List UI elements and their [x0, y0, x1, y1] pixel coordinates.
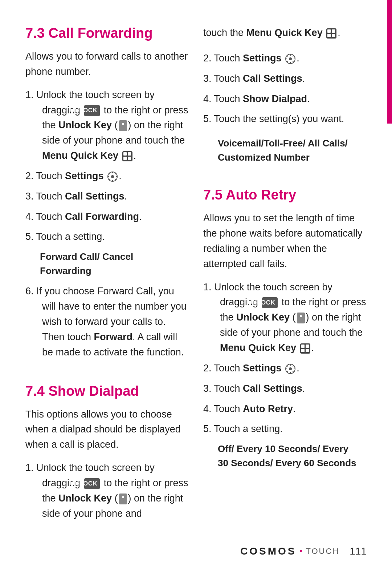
- step-sd-5: 5. Touch the setting(s) you want.: [203, 112, 367, 127]
- step-sd-4: 4. Touch Show Dialpad.: [203, 92, 367, 107]
- svg-line-17: [293, 61, 294, 62]
- step-ar-3: 3. Touch Call Settings.: [203, 381, 367, 396]
- svg-line-18: [293, 55, 294, 56]
- sub-note-forwarding: Forward Call/ CancelForwarding: [40, 250, 189, 278]
- unlock-badge-2: UNLOCK: [84, 478, 100, 489]
- step-ar-5: 5. Touch a setting.: [203, 422, 367, 437]
- svg-point-11: [289, 57, 292, 60]
- step-cf-4: 4. Touch Call Forwarding.: [25, 209, 189, 225]
- svg-line-27: [293, 371, 294, 372]
- section-show-dialpad: 7.4 Show Dialpad This options allows you…: [25, 380, 189, 527]
- step-ar-2: 2. Touch Settings .: [203, 361, 367, 376]
- section-auto-retry: 7.5 Auto Retry Allows you to set the len…: [203, 184, 367, 476]
- key-icon: [119, 120, 127, 131]
- svg-line-28: [293, 365, 294, 366]
- step-cf-5: 5. Touch a setting.: [25, 229, 189, 245]
- section-call-forwarding: 7.3 Call Forwarding Allows you to forwar…: [25, 22, 189, 365]
- footer-brand: cosmos TOUCH 111: [240, 545, 367, 557]
- svg-line-26: [287, 365, 288, 366]
- svg-line-8: [115, 173, 116, 174]
- section-title-show-dialpad: 7.4 Show Dialpad: [25, 383, 189, 399]
- step-sd-1: 1. Unlock the touch screen by dragging U…: [25, 460, 189, 521]
- page-number: 111: [350, 545, 367, 557]
- settings-icon-3: [285, 364, 295, 374]
- unlock-badge: UNLOCK: [84, 105, 100, 116]
- step-sd-1-cont: touch the Menu Quick Key .: [203, 25, 367, 41]
- key-icon-2: [119, 494, 127, 504]
- brand-dot: [300, 550, 302, 552]
- brand-touch: TOUCH: [306, 547, 339, 556]
- step-cf-2: 2. Touch Settings .: [25, 169, 189, 184]
- svg-point-21: [289, 367, 292, 370]
- menu-quick-key-icon: [122, 151, 132, 161]
- menu-quick-key-icon-3: [300, 343, 310, 354]
- section-intro-auto-retry: Allows you to set the length of time the…: [203, 211, 367, 271]
- section-intro-call-forwarding: Allows you to forward calls to another p…: [25, 49, 189, 80]
- svg-point-1: [111, 175, 114, 178]
- section-intro-show-dialpad: This options allows you to choose when a…: [25, 407, 189, 453]
- step-sd-3: 3. Touch Call Settings.: [203, 71, 367, 86]
- svg-line-6: [109, 173, 110, 174]
- key-icon-3: [297, 313, 305, 323]
- right-column: touch the Menu Quick Key . 2. Touch Sett…: [203, 22, 367, 526]
- step-sd-2: 2. Touch Settings .: [203, 51, 367, 66]
- unlock-badge-3: UNLOCK: [262, 297, 278, 308]
- svg-line-7: [115, 179, 116, 180]
- svg-line-9: [109, 179, 110, 180]
- settings-icon: [107, 172, 118, 182]
- step-cf-6: 6. If you choose Forward Call, you will …: [25, 284, 189, 360]
- side-accent: [387, 0, 392, 124]
- settings-icon-2: [285, 54, 295, 64]
- section-title-auto-retry: 7.5 Auto Retry: [203, 187, 367, 203]
- svg-line-29: [287, 371, 288, 372]
- sub-note-dialpad: Voicemail/Toll-Free/ All Calls/Customize…: [218, 136, 367, 165]
- footer: cosmos TOUCH 111: [0, 538, 392, 564]
- step-ar-1: 1. Unlock the touch screen by dragging U…: [203, 280, 367, 356]
- step-ar-4: 4. Touch Auto Retry.: [203, 402, 367, 417]
- svg-line-16: [287, 55, 288, 56]
- step-cf-3: 3. Touch Call Settings.: [25, 189, 189, 204]
- left-column: 7.3 Call Forwarding Allows you to forwar…: [25, 22, 189, 526]
- menu-quick-key-icon-2: [326, 28, 336, 39]
- step-cf-1: 1. Unlock the touch screen by dragging U…: [25, 88, 189, 164]
- svg-line-19: [287, 61, 288, 62]
- brand-name: cosmos: [240, 545, 297, 557]
- section-title-call-forwarding: 7.3 Call Forwarding: [25, 25, 189, 41]
- sub-note-auto-retry: Off/ Every 10 Seconds/ Every30 Seconds/ …: [218, 442, 367, 470]
- step-num: 1.: [25, 89, 34, 100]
